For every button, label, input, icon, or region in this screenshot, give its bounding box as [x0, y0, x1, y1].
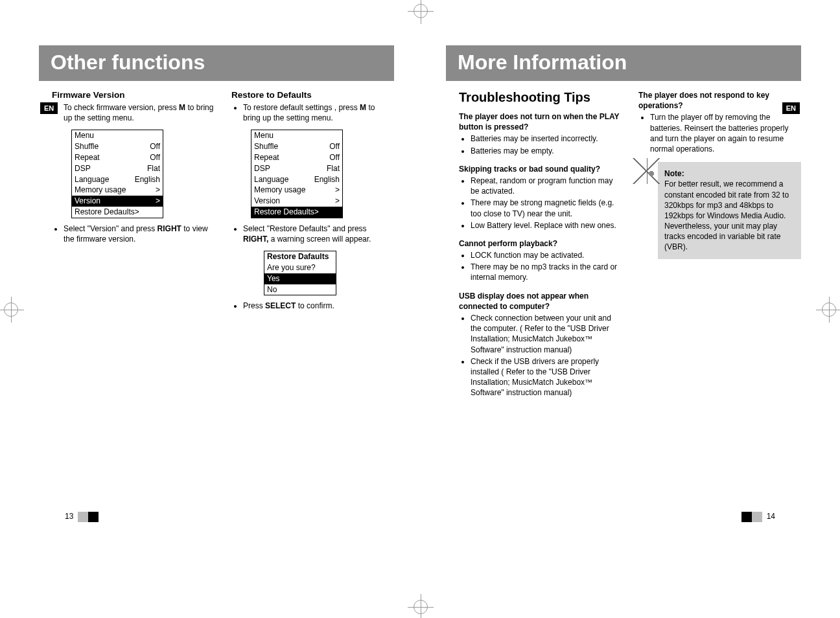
troubleshoot-list2: The player does not respond to key opera…: [638, 90, 801, 154]
lang-tab-right: EN: [782, 102, 800, 114]
header-other-functions: Other functions: [39, 45, 394, 81]
restore-step2: Select "Restore Defaults" and press RIGH…: [243, 223, 394, 244]
title-firmware: Firmware Version: [52, 90, 215, 100]
troubleshoot-list: The player does not turn on when the PLA…: [459, 111, 622, 398]
page-number-right: 14: [767, 512, 775, 521]
menu-firmware: MenuShuffleOffRepeatOffDSPFlatLanguageEn…: [71, 130, 163, 218]
lang-tab-left: EN: [40, 102, 58, 114]
col-restore: Restore to Defaults To restore default s…: [231, 90, 394, 318]
restore-step3: Press SELECT to confirm.: [243, 301, 394, 311]
firmware-step2: Select "Version" and press RIGHT to view…: [64, 223, 215, 244]
note-title: Note:: [664, 169, 684, 178]
col-troubleshoot2: The player does not respond to key opera…: [638, 90, 801, 406]
firmware-step1: To check firmware version, press M to br…: [64, 102, 215, 123]
title-restore: Restore to Defaults: [231, 90, 394, 100]
header-more-info: More Information: [446, 45, 801, 81]
confirm-box: Restore Dafaults Are you sure? Yes No: [264, 251, 336, 295]
confirm-prompt: Are you sure?: [264, 262, 336, 273]
page-number-left: 13: [65, 512, 73, 521]
note-body1: For better result, we recommend a consta…: [664, 179, 795, 221]
confirm-no: No: [264, 284, 336, 295]
confirm-title: Restore Dafaults: [267, 252, 329, 261]
deco-left: [78, 512, 88, 522]
note-body2: Nevertheless, your unit may play tracks …: [664, 221, 795, 253]
deco-right: [752, 512, 762, 522]
note-box: Note: For better result, we recommend a …: [658, 162, 801, 259]
title-troubleshoot: Troubleshooting Tips: [459, 90, 622, 105]
confirm-yes: Yes: [264, 273, 336, 284]
menu-restore: MenuShuffleOffRepeatOffDSPFlatLanguageEn…: [251, 130, 343, 218]
col-firmware: Firmware Version To check firmware versi…: [39, 90, 215, 318]
page-left: EN Other functions Firmware Version To c…: [0, 0, 420, 618]
page-right: EN More Information Troubleshooting Tips…: [420, 0, 840, 618]
col-troubleshoot: Troubleshooting Tips The player does not…: [446, 90, 622, 406]
restore-step1: To restore default settings , press M to…: [243, 102, 394, 123]
